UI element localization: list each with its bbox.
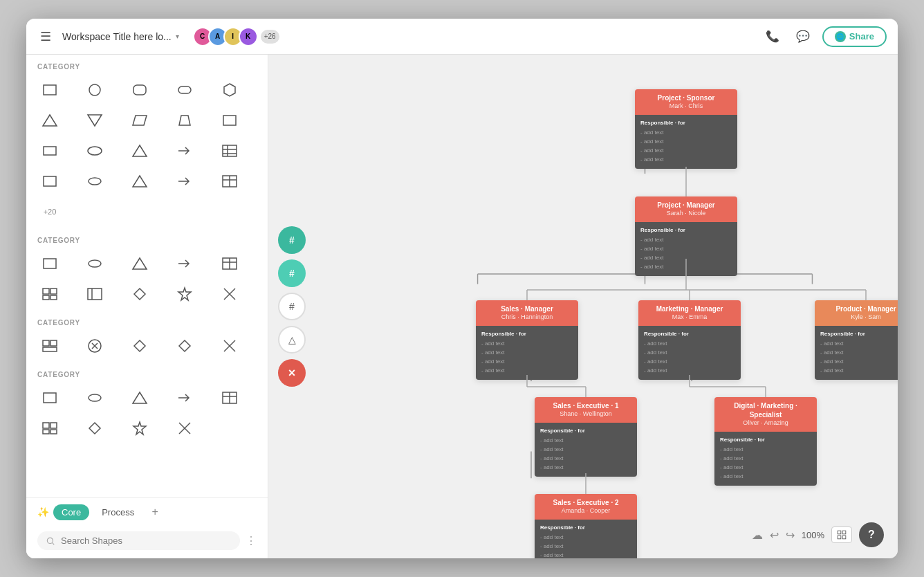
node-marketing-manager[interactable]: Marketing · Manager Max · Emma Responsib… bbox=[638, 300, 741, 380]
svg-rect-29 bbox=[43, 288, 49, 294]
shape-c2-5[interactable] bbox=[217, 251, 242, 276]
svg-rect-33 bbox=[88, 288, 102, 300]
node-sales-manager[interactable]: Sales · Manager Chris · Hannington Respo… bbox=[476, 300, 578, 380]
shape-c4-6[interactable] bbox=[37, 416, 62, 441]
tool-polygon[interactable]: △ bbox=[278, 326, 306, 354]
shape-rounded-rect[interactable] bbox=[127, 77, 152, 102]
header: ☰ Workspace Title here lo... ▾ C A I K +… bbox=[26, 19, 898, 55]
shape-c2-7[interactable] bbox=[82, 282, 107, 306]
shape-arrow-right[interactable] bbox=[172, 138, 197, 163]
svg-marker-36 bbox=[178, 288, 191, 300]
category-section-4: CATEGORY bbox=[37, 371, 257, 441]
share-button[interactable]: 🌐 Share bbox=[822, 26, 887, 47]
search-more-icon[interactable]: ⋮ bbox=[246, 534, 257, 547]
node-sales-exec-2[interactable]: Sales · Executive · 2 Amanda · Cooper Re… bbox=[535, 494, 637, 558]
shape-pill[interactable] bbox=[172, 77, 197, 102]
shape-c4-5[interactable] bbox=[217, 385, 242, 410]
shape-table2[interactable] bbox=[217, 169, 242, 194]
search-input[interactable] bbox=[61, 535, 232, 546]
category-label-3: CATEGORY bbox=[37, 319, 257, 327]
shape-c4-8[interactable] bbox=[127, 416, 152, 441]
svg-rect-56 bbox=[50, 430, 57, 434]
wand-icon[interactable]: ✨ bbox=[37, 506, 49, 518]
globe-icon: 🌐 bbox=[835, 31, 846, 42]
shape-c2-3[interactable] bbox=[127, 251, 152, 276]
node-manager-header: Project · Manager Sarah · Nicole bbox=[635, 196, 737, 222]
svg-rect-47 bbox=[44, 393, 56, 403]
shape-c3-3[interactable] bbox=[127, 333, 152, 358]
node-digital-marketing[interactable]: Digital · Marketing · Specialist Oliver … bbox=[714, 397, 817, 486]
tool-hashtag-2[interactable]: # bbox=[278, 259, 306, 287]
tab-core[interactable]: Core bbox=[53, 504, 89, 520]
shape-c4-9[interactable] bbox=[172, 416, 197, 441]
svg-marker-25 bbox=[133, 258, 147, 269]
canvas-area[interactable]: # # # △ × bbox=[268, 55, 898, 558]
help-button[interactable]: ? bbox=[859, 522, 884, 547]
node-sales-exec1-header: Sales · Executive · 1 Shane · Wellington bbox=[535, 397, 637, 423]
shape-c2-10[interactable] bbox=[217, 282, 242, 306]
tool-grid[interactable]: # bbox=[278, 293, 306, 320]
shape-c4-2[interactable] bbox=[82, 385, 107, 410]
shape-table[interactable] bbox=[217, 138, 242, 163]
shape-rect2[interactable] bbox=[37, 138, 62, 163]
shape-hexagon[interactable] bbox=[217, 77, 242, 102]
shape-triangle2[interactable] bbox=[127, 138, 152, 163]
shape-arrow2[interactable] bbox=[172, 169, 197, 194]
svg-rect-53 bbox=[43, 423, 49, 428]
shape-grid-3 bbox=[37, 333, 257, 358]
shape-triangle[interactable] bbox=[37, 108, 62, 133]
node-product-manager[interactable]: Product · Manager Kyle · Sam Responsible… bbox=[815, 300, 898, 380]
shape-rect3[interactable] bbox=[37, 169, 62, 194]
node-sales-exec-1[interactable]: Sales · Executive · 1 Shane · Wellington… bbox=[535, 397, 637, 477]
shape-c2-4[interactable] bbox=[172, 251, 197, 276]
search-input-wrapper bbox=[37, 531, 240, 550]
shape-triangle3[interactable] bbox=[127, 169, 152, 194]
tool-hashtag-1[interactable]: # bbox=[278, 226, 306, 254]
shape-c3-5[interactable] bbox=[217, 333, 242, 358]
shape-c4-3[interactable] bbox=[127, 385, 152, 410]
cloud-icon[interactable]: ☁ bbox=[752, 529, 763, 542]
shape-c3-4[interactable] bbox=[172, 333, 197, 358]
workspace-title[interactable]: Workspace Title here lo... ▾ bbox=[62, 31, 179, 42]
shape-circle[interactable] bbox=[82, 77, 107, 102]
grid-button[interactable] bbox=[831, 526, 852, 543]
node-project-manager[interactable]: Project · Manager Sarah · Nicole Respons… bbox=[635, 196, 737, 276]
shape-c3-1[interactable] bbox=[37, 333, 62, 358]
shape-c2-2[interactable] bbox=[82, 251, 107, 276]
tab-add-button[interactable]: + bbox=[147, 504, 163, 520]
undo-icon[interactable]: ↩ bbox=[770, 529, 779, 542]
node-sales-mgr-header: Sales · Manager Chris · Hannington bbox=[476, 300, 578, 326]
shape-ellipse[interactable] bbox=[82, 138, 107, 163]
shape-c3-2[interactable] bbox=[82, 333, 107, 358]
shape-ellipse2[interactable] bbox=[82, 169, 107, 194]
shape-c2-6[interactable] bbox=[37, 282, 62, 306]
shape-rect-outline[interactable] bbox=[217, 108, 242, 133]
shape-trapezoid[interactable] bbox=[172, 108, 197, 133]
phone-icon[interactable]: 📞 bbox=[761, 26, 784, 48]
shape-c2-9[interactable] bbox=[172, 282, 197, 306]
shape-c2-8[interactable] bbox=[127, 282, 152, 306]
svg-marker-4 bbox=[224, 84, 235, 96]
redo-icon[interactable]: ↪ bbox=[786, 529, 795, 542]
org-chart-connectors bbox=[324, 75, 898, 558]
svg-marker-58 bbox=[133, 422, 146, 434]
tab-process[interactable]: Process bbox=[93, 504, 142, 520]
svg-rect-0 bbox=[44, 85, 56, 95]
shape-c4-4[interactable] bbox=[172, 385, 197, 410]
tool-close[interactable]: × bbox=[278, 359, 306, 387]
chat-icon[interactable]: 💬 bbox=[792, 26, 814, 48]
shape-parallelogram[interactable] bbox=[127, 108, 152, 133]
node-project-sponsor[interactable]: Project · Sponsor Mark · Chris Responsib… bbox=[635, 89, 737, 169]
status-bar: ☁ ↩ ↪ 100% ? bbox=[752, 522, 884, 547]
shape-triangle-down[interactable] bbox=[82, 108, 107, 133]
shape-c4-7[interactable] bbox=[82, 416, 107, 441]
svg-rect-2 bbox=[133, 85, 146, 95]
shape-rectangle[interactable] bbox=[37, 77, 62, 102]
svg-point-61 bbox=[47, 538, 53, 543]
menu-icon[interactable]: ☰ bbox=[37, 26, 54, 47]
node-sponsor-body: Responsible · for - add text - add text … bbox=[635, 115, 737, 169]
shape-c2-1[interactable] bbox=[37, 251, 62, 276]
avatar: K bbox=[239, 27, 258, 46]
more-shapes-badge[interactable]: +20 bbox=[37, 199, 62, 224]
shape-c4-1[interactable] bbox=[37, 385, 62, 410]
